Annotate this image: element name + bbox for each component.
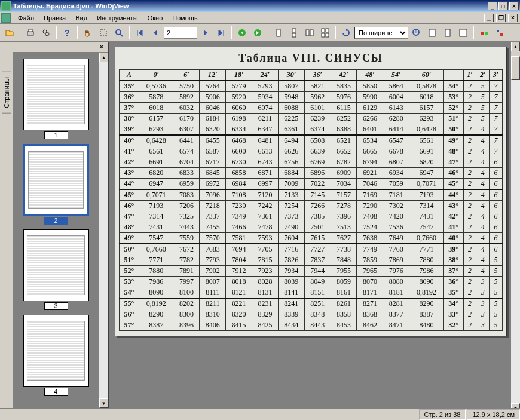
thumbnail-close-icon[interactable]: × [97,43,106,51]
table-row: 37°6018603260466060607460886101611561296… [120,103,503,114]
continuous-facing-icon[interactable] [318,26,332,40]
svg-line-7 [120,34,123,36]
thumbnail-list: 1234 [13,53,99,408]
app-icon [1,1,11,11]
document-viewport[interactable]: Таблица VIII. СИНУСЫ A0′6′12′18′24′30′36… [109,42,520,408]
table-header [443,70,463,81]
thumbnail-panel: × 1234 ▲ ▼ [13,42,109,408]
fit-page-icon[interactable] [441,26,455,40]
help-icon[interactable]: ? [60,26,74,40]
table-row: 48°7431744374557466747874907501751375247… [120,222,503,233]
table-header: 54′ [383,70,409,81]
menu-file[interactable]: Файл [13,13,39,23]
select-rect-icon[interactable] [96,26,111,40]
settings-icon[interactable] [493,26,507,40]
scroll-down-icon[interactable]: ▼ [511,403,520,408]
svg-point-6 [116,30,121,35]
table-header: 1′ [463,70,476,81]
menu-edit[interactable]: Правка [39,13,71,23]
scroll-up-icon[interactable]: ▲ [99,53,108,62]
close-button[interactable]: × [509,2,519,10]
table-header: 18′ [226,70,252,81]
zoom-in-icon[interactable]: + [409,26,424,40]
svg-rect-11 [292,29,296,32]
svg-rect-0 [27,32,33,35]
svg-rect-1 [29,29,32,32]
scroll-up-icon[interactable]: ▲ [511,42,520,51]
thumbnail-page-1[interactable] [23,59,89,130]
table-row: 47°7314732573377349736173737385739674087… [120,211,503,222]
thumbnail-page-4[interactable] [23,315,89,387]
prev-page-icon[interactable] [148,26,163,40]
svg-rect-23 [460,29,467,36]
table-row: 43°6820683368456858687168846896690969216… [120,168,503,179]
find-icon[interactable] [39,26,53,40]
svg-rect-16 [326,29,329,32]
table-header: 24′ [252,70,279,81]
thumbnail-label: 4 [44,388,68,396]
svg-rect-27 [500,33,503,36]
svg-rect-26 [497,30,499,32]
facing-icon[interactable] [302,26,317,40]
nav-back-icon[interactable] [235,26,249,40]
menu-help[interactable]: Помощь [167,13,203,23]
next-page-icon[interactable] [198,26,213,40]
print-icon[interactable] [23,26,38,40]
toolbar: ? По ширине + [0,24,520,42]
menu-view[interactable]: Вид [71,13,92,23]
mdi-minimize-button[interactable]: _ [484,14,494,22]
single-page-icon[interactable] [271,26,286,40]
export-icon[interactable] [477,26,491,40]
svg-text:?: ? [65,28,70,38]
thumbnail-page-3[interactable] [23,229,89,301]
thumbnail-page-2[interactable] [23,144,89,216]
sidebar-tab-pages[interactable]: Страницы [2,72,11,114]
menu-window[interactable]: Окно [143,13,168,23]
table-header: 2′ [476,70,490,81]
status-bar: Стр. 2 из 38 12,9 x 18,2 см [0,408,520,420]
svg-rect-15 [322,29,325,32]
table-header: A [120,70,139,81]
table-row: 53°7986799780078018802880398049805980708… [120,277,503,287]
svg-rect-22 [445,29,450,36]
mdi-restore-button[interactable]: ❐ [496,14,506,22]
document-page: Таблица VIII. СИНУСЫ A0′6′12′18′24′30′36… [115,47,507,336]
minimize-button[interactable]: _ [488,2,497,10]
page-title: Таблица VIII. СИНУСЫ [119,52,503,65]
nav-forward-icon[interactable] [250,26,265,40]
table-header: 6′ [173,70,200,81]
table-header: 36′ [304,70,331,81]
zoom-select[interactable]: По ширине [354,27,408,39]
page-number-input[interactable] [164,27,197,39]
table-header: 30′ [278,70,304,81]
svg-rect-25 [485,32,488,35]
rotate-icon[interactable] [339,26,353,40]
table-row: 55°0,81928202821182218231824182518261827… [120,298,503,309]
scroll-thumb[interactable] [511,56,520,80]
scroll-down-icon[interactable]: ▼ [99,398,108,408]
fit-width-icon[interactable] [425,26,439,40]
thumbnail-scrollbar[interactable]: ▲ ▼ [99,53,108,408]
last-page-icon[interactable] [214,26,228,40]
hand-icon[interactable] [81,26,95,40]
svg-rect-12 [292,33,296,37]
table-row: 45°0,70717083709671087120713371457157716… [120,189,503,201]
svg-rect-18 [326,33,329,37]
maximize-button[interactable]: □ [498,2,508,10]
sidebar-tab-strip: Страницы [0,42,13,408]
thumbnail-label: 2 [44,217,68,225]
sine-table: A0′6′12′18′24′30′36′42′48′54′60′1′2′3′35… [119,69,503,331]
mdi-close-button[interactable]: × [508,14,518,22]
actual-size-icon[interactable] [456,26,470,40]
magnifier-icon[interactable] [112,26,126,40]
table-header: 48′ [357,70,383,81]
menu-tools[interactable]: Инструменты [92,13,143,23]
document-scrollbar[interactable]: ▲ ▼ [510,42,520,408]
svg-rect-5 [100,30,106,36]
title-bar: Таблицы. Брадиса.djvu - WinDjView _ □ × [0,0,520,12]
continuous-icon[interactable] [287,26,301,40]
svg-rect-17 [322,33,325,37]
open-icon[interactable] [2,26,17,40]
first-page-icon[interactable] [133,26,147,40]
table-row: 44°6947695969726984699770097022703470467… [120,179,503,190]
